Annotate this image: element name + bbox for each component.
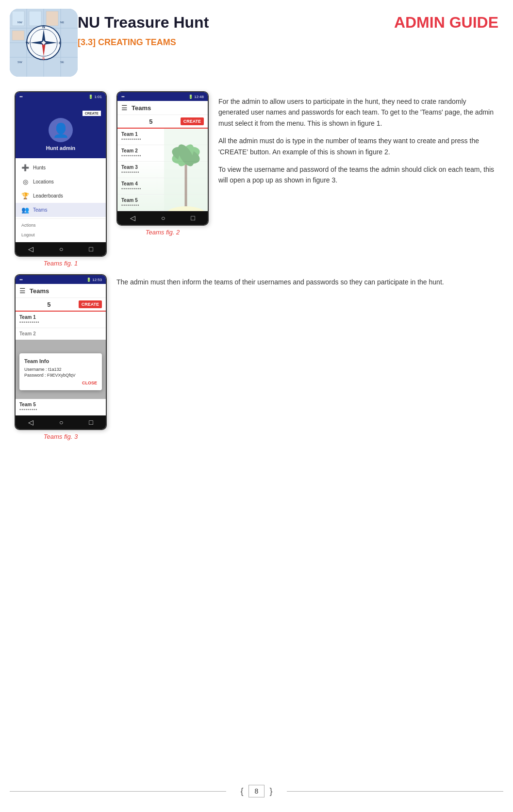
home-icon-fig3[interactable]: ○ [59,418,63,426]
fig3-caption: Teams fig. 3 [44,433,78,440]
teams-page-title: Teams [132,104,204,112]
teams-input-row-fig3: 5 CREATE [16,298,106,312]
hamburger-icon-fig3[interactable]: ☰ [19,287,26,295]
menu-items-list: ➕ Hunts ◎ Locations 🏆 Leaderboards 👥 Tea… [16,158,106,242]
status-bar-fig1: ▪▪ 🔋 1:01 [16,92,106,101]
leaderboards-icon: 🏆 [21,192,29,199]
menu-header: CREATE 👤 Hunt admin [16,101,106,158]
team-info-popup-overlay: Team Info Username : t1a132 Password : F… [16,340,106,399]
create-teams-btn[interactable]: CREATE [181,117,204,125]
team-list-container: Team 1••••••••••Team 2••••••••••Team 3••… [117,129,208,211]
menu-item-leaderboards[interactable]: 🏆 Leaderboards [16,189,106,203]
home-icon[interactable]: ○ [59,245,63,253]
svg-rect-11 [12,31,24,40]
team-item-2-partial[interactable]: Team 2 [16,328,106,340]
status-icons-right: 🔋 1:01 [88,95,102,99]
status-icons-left-fig2: ▪▪ [121,94,124,99]
popup-close-row: CLOSE [24,381,97,385]
logout-label[interactable]: Logout [16,230,106,240]
phone-fig1: ▪▪ 🔋 1:01 CREATE 👤 Hunt admin [15,91,107,257]
desc-para1: For the admin to allow users to particip… [218,96,498,129]
square-icon-fig2[interactable]: □ [191,214,195,222]
description-right: For the admin to allow users to particip… [218,91,498,193]
svg-text:SW: SW [17,61,22,64]
desc-para4: The admin must then inform the teams of … [116,277,498,287]
page-number: 8 [248,785,265,797]
figure-2-col: ▪▪ 🔋 12:48 ☰ Teams 5 CREATE [116,91,209,236]
app-title: NU Treasure Hunt [78,14,209,31]
status-bar-fig2: ▪▪ 🔋 12:48 [117,92,208,101]
svg-text:N: N [42,25,45,29]
phone-fig2: ▪▪ 🔋 12:48 ☰ Teams 5 CREATE [116,91,209,226]
square-icon-fig3[interactable]: □ [89,418,93,426]
svg-text:E: E [59,41,62,45]
svg-text:SE: SE [60,61,64,64]
popup-title: Team Info [24,358,97,364]
teams-number[interactable]: 5 [121,118,181,125]
team-info-popup: Team Info Username : t1a132 Password : F… [19,353,102,390]
phone-fig3: ▪▪ 🔋 12:53 ☰ Teams 5 CREATE [15,274,107,430]
svg-text:NE: NE [60,21,64,24]
back-icon-fig3[interactable]: ◁ [28,418,33,426]
figure-1-col: ▪▪ 🔋 1:01 CREATE 👤 Hunt admin [15,91,107,267]
brace-right: } [269,786,272,796]
hamburger-icon[interactable]: ☰ [121,104,128,112]
figures-top-row: ▪▪ 🔋 1:01 CREATE 👤 Hunt admin [15,91,498,267]
svg-rect-9 [29,11,41,26]
menu-item-hunts[interactable]: ➕ Hunts [16,161,106,175]
page-header: N S E W NE NW SE SW NU Treasure Hunt ADM… [0,0,513,82]
status-bar-fig3: ▪▪ 🔋 12:53 [16,275,106,284]
popup-close-btn[interactable]: CLOSE [82,381,97,385]
actions-label: Actions [16,220,106,230]
hunts-icon: ➕ [21,164,29,171]
guide-label: ADMIN GUIDE [394,14,498,32]
teams-screen-header: ☰ Teams [117,101,208,115]
svg-text:S: S [42,56,45,61]
desc-para3: To view the username and password of the… [218,164,498,186]
menu-item-teams[interactable]: 👥 Teams [16,203,106,217]
popup-username: Username : t1a132 [24,367,97,372]
header-text-block: NU Treasure Hunt ADMIN GUIDE [3.3] CREAT… [78,9,498,48]
status-icons-right-fig3: 🔋 12:53 [86,278,102,282]
locations-icon: ◎ [21,178,29,185]
logo: N S E W NE NW SE SW [10,9,78,77]
teams-number-fig3[interactable]: 5 [19,301,79,308]
second-row: ▪▪ 🔋 12:53 ☰ Teams 5 CREATE [15,274,498,440]
popup-password: Password : F9EVXybQfqV [24,373,97,378]
teams-icon: 👥 [21,206,29,214]
main-content: ▪▪ 🔋 1:01 CREATE 👤 Hunt admin [0,82,513,450]
footer-line-left [10,791,226,792]
home-icon-fig2[interactable]: ○ [161,214,165,222]
palm-bg [164,129,208,211]
phone-nav-bar-fig2: ◁ ○ □ [117,211,208,225]
footer-line-right [287,791,503,792]
status-icons-right-fig2: 🔋 12:48 [188,95,204,99]
phone-nav-bar-fig1: ◁ ○ □ [16,242,106,256]
back-icon-fig2[interactable]: ◁ [130,214,135,222]
fig2-caption: Teams fig. 2 [146,229,180,236]
team-item-above[interactable]: Team 1 •••••••••• [16,312,106,328]
svg-text:W: W [26,41,30,45]
status-icons-left: ▪▪ [19,94,22,99]
back-icon[interactable]: ◁ [28,245,33,253]
create-teams-btn-fig3[interactable]: CREATE [79,300,102,308]
teams-screen-header-fig3: ☰ Teams [16,284,106,298]
user-label: Hunt admin [46,145,76,151]
teams-page-title-fig3: Teams [30,287,102,295]
menu-item-locations[interactable]: ◎ Locations [16,175,106,189]
phone-nav-bar-fig3: ◁ ○ □ [16,415,106,429]
team-item-5[interactable]: Team 5 ••••••••• [16,399,106,415]
desc-para2: All the admin must do is type in the num… [218,135,498,157]
square-icon[interactable]: □ [89,245,93,253]
page-footer: { 8 } [0,785,513,797]
figure-3-col: ▪▪ 🔋 12:53 ☰ Teams 5 CREATE [15,274,107,440]
svg-rect-10 [46,11,58,26]
user-avatar: 👤 [49,118,73,142]
status-icons-left-fig3: ▪▪ [19,277,22,282]
fig1-caption: Teams fig. 1 [44,260,78,267]
teams-input-row: 5 CREATE [117,115,208,129]
create-btn-fig1[interactable]: CREATE [83,111,101,116]
section-heading: [3.3] CREATING TEAMS [78,37,498,48]
description-para4-col: The admin must then inform the teams of … [116,274,498,294]
svg-text:NW: NW [17,21,22,24]
